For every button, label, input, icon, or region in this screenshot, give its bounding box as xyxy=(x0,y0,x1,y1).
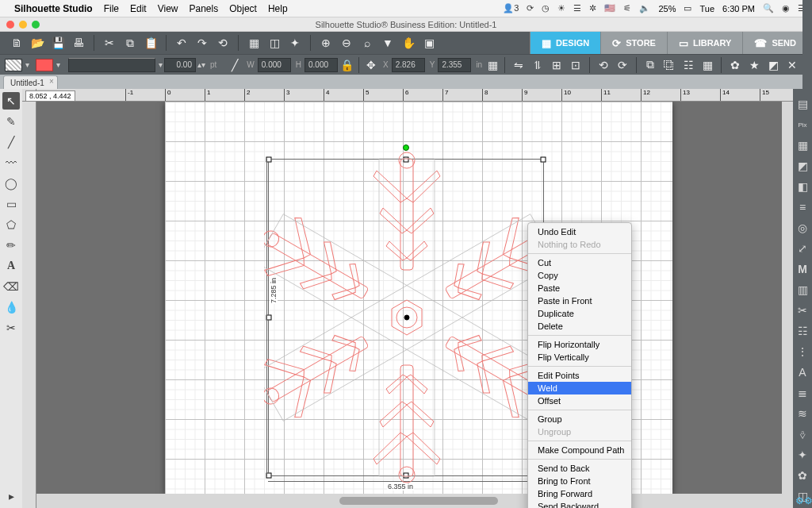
nav-design[interactable]: ▦ DESIGN xyxy=(530,32,600,54)
context-menu-item-flip-vertically[interactable]: Flip Vertically xyxy=(528,351,631,364)
menu-time[interactable]: 6:30 PM xyxy=(722,4,755,13)
star-icon[interactable]: ★ xyxy=(745,56,763,74)
menu-file[interactable]: File xyxy=(104,3,119,14)
line-weight-field[interactable]: 0.00 xyxy=(164,58,196,72)
zoom-out-button[interactable]: ⊖ xyxy=(338,34,355,52)
zoom-in-button[interactable]: ⊕ xyxy=(317,34,335,52)
save-file-button[interactable]: 💾 xyxy=(49,34,67,52)
context-menu[interactable]: Undo EditNothing to RedoCutCopyPastePast… xyxy=(527,222,632,508)
minimize-window-icon[interactable] xyxy=(19,21,27,29)
panel-modify[interactable]: ✂ xyxy=(794,302,811,319)
tool-eyedropper[interactable]: 💧 xyxy=(2,298,20,316)
fit-page-button[interactable]: ▼ xyxy=(379,34,396,52)
tool-text[interactable]: A xyxy=(2,257,20,275)
nav-library[interactable]: ▭ LIBRARY xyxy=(667,32,742,54)
panel-trace[interactable]: ◎ xyxy=(794,219,811,237)
fill-swatch[interactable] xyxy=(5,59,22,71)
height-field[interactable]: 0.000 xyxy=(304,58,338,72)
battery-icon[interactable]: ▭ xyxy=(684,3,691,13)
flip-h-icon[interactable]: ⇋ xyxy=(510,56,527,74)
panel-stipple[interactable]: ⋮ xyxy=(794,343,811,360)
siri-icon[interactable]: ◉ xyxy=(782,3,790,13)
linestyle-dropdown-icon[interactable]: ▾ xyxy=(159,60,163,69)
print-button[interactable]: 🖶 xyxy=(70,34,87,52)
context-menu-item-paste[interactable]: Paste xyxy=(528,282,631,294)
tool-knife[interactable]: ✂ xyxy=(2,319,20,337)
document-tab[interactable]: Untitled-1 × xyxy=(3,75,58,89)
refresh-button[interactable]: ⟲ xyxy=(214,34,232,52)
effects-button[interactable]: ✦ xyxy=(286,34,304,52)
select-all-button[interactable]: ▦ xyxy=(245,34,262,52)
rotate-r-icon[interactable]: ⟳ xyxy=(614,56,631,74)
wifi-icon[interactable]: ⚟ xyxy=(623,3,631,13)
status-icon-4[interactable]: ☰ xyxy=(573,3,581,13)
context-menu-item-weld[interactable]: Weld xyxy=(528,382,631,394)
align-center-icon[interactable]: ⊞ xyxy=(548,56,565,74)
panel-store-link[interactable]: ✦ xyxy=(794,446,811,464)
panel-text-style[interactable]: A xyxy=(794,364,811,381)
flag-icon[interactable]: 🇺🇸 xyxy=(604,3,615,13)
menu-help[interactable]: Help xyxy=(268,3,288,14)
menu-day[interactable]: Tue xyxy=(699,4,714,13)
nav-send[interactable]: ☎ SEND xyxy=(742,32,807,54)
menu-object[interactable]: Object xyxy=(229,3,257,14)
preferences-gear-icon[interactable]: ⚙︎⚙︎ xyxy=(795,495,812,506)
status-icon-1[interactable]: ⟳ xyxy=(527,3,534,13)
context-menu-item-offset[interactable]: Offset xyxy=(528,394,631,407)
context-menu-item-duplicate[interactable]: Duplicate xyxy=(528,307,631,320)
tool-edit-points[interactable]: ✎ xyxy=(2,113,20,130)
menu-panels[interactable]: Panels xyxy=(190,3,219,14)
tool-ellipse[interactable]: ◯ xyxy=(2,175,20,192)
close-tab-icon[interactable]: × xyxy=(49,77,54,86)
tool-select[interactable]: ↖ xyxy=(2,92,20,110)
tool-freehand[interactable]: 〰 xyxy=(2,154,20,171)
hscroll-thumb[interactable] xyxy=(339,497,498,505)
status-icon-3[interactable]: ☀ xyxy=(557,3,565,13)
user-badge-icon[interactable]: 👤3 xyxy=(503,3,519,13)
context-menu-item-undo-edit[interactable]: Undo Edit xyxy=(528,225,631,238)
tool-eraser[interactable]: ⌫ xyxy=(2,278,20,295)
tool-polygon[interactable]: ⬠ xyxy=(2,216,20,233)
zoom-window-icon[interactable] xyxy=(32,21,40,29)
horizontal-scrollbar[interactable] xyxy=(36,494,793,508)
fill-dropdown-icon[interactable]: ▾ xyxy=(25,60,29,69)
center-page-icon[interactable]: ⊡ xyxy=(567,56,584,74)
spotlight-icon[interactable]: 🔍 xyxy=(763,3,774,13)
rotate-l-icon[interactable]: ⟲ xyxy=(595,56,612,74)
duplicate-col-icon[interactable]: ☷ xyxy=(680,56,697,74)
x-field[interactable]: 2.826 xyxy=(392,58,425,72)
redo-button[interactable]: ↷ xyxy=(193,34,211,52)
new-file-button[interactable]: 🗎 xyxy=(8,34,25,52)
canvas[interactable]: 8.052 , 4.442 -10123456789101112131415 7… xyxy=(22,89,793,508)
context-menu-item-bring-to-front[interactable]: Bring to Front xyxy=(528,475,631,487)
tool-rectangle[interactable]: ▭ xyxy=(2,195,20,213)
context-menu-item-edit-points[interactable]: Edit Points xyxy=(528,369,631,382)
tool-draw[interactable]: ✏ xyxy=(2,237,20,254)
context-menu-item-copy[interactable]: Copy xyxy=(528,269,631,282)
vertical-scrollbar[interactable] xyxy=(782,102,793,494)
window-controls[interactable] xyxy=(6,21,40,29)
line-tool-icon[interactable]: ╱ xyxy=(228,56,242,74)
lock-aspect-icon[interactable]: 🔒 xyxy=(339,56,354,74)
puzzle-icon[interactable]: ✿ xyxy=(726,56,744,74)
zoom-select-button[interactable]: ⌕ xyxy=(358,34,376,52)
menu-edit[interactable]: Edit xyxy=(130,3,147,14)
context-menu-item-send-to-back[interactable]: Send to Back xyxy=(528,462,631,475)
duplicate-grid-icon[interactable]: ▦ xyxy=(699,56,716,74)
flip-v-icon[interactable]: ⥮ xyxy=(529,56,546,74)
move-icon[interactable]: ✥ xyxy=(364,56,378,74)
page-indicator[interactable]: ▸ xyxy=(2,487,20,505)
menu-view[interactable]: View xyxy=(158,3,178,14)
close-panel-icon[interactable]: ✕ xyxy=(783,56,801,74)
deselect-button[interactable]: ◫ xyxy=(266,34,283,52)
fit-button[interactable]: ▣ xyxy=(420,34,438,52)
line-weight-stepper-icon[interactable]: ▴▾ xyxy=(197,60,205,69)
panel-page-setup[interactable]: ▤ xyxy=(794,95,811,113)
width-field[interactable]: 0.000 xyxy=(258,58,291,72)
pan-button[interactable]: ✋ xyxy=(400,34,417,52)
context-menu-item-paste-in-front[interactable]: Paste in Front xyxy=(528,294,631,307)
context-menu-item-delete[interactable]: Delete xyxy=(528,320,631,333)
panel-registration[interactable]: ◩ xyxy=(794,157,811,175)
context-menu-item-flip-horizontally[interactable]: Flip Horizontally xyxy=(528,338,631,351)
anchor-grid-icon[interactable]: ▦ xyxy=(485,56,500,74)
